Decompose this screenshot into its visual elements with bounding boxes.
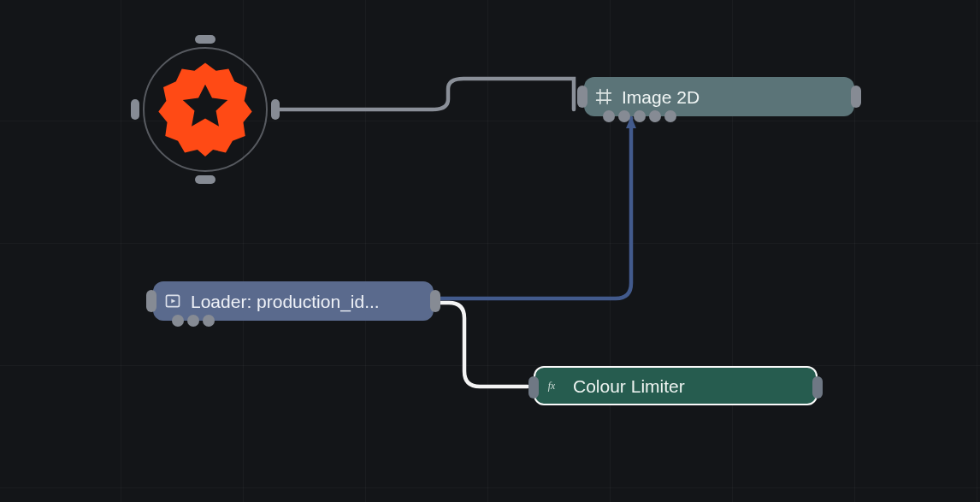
- root-ring: [143, 47, 268, 172]
- node-colour-label: Colour Limiter: [573, 377, 685, 395]
- node-loader-label: Loader: production_id...: [191, 292, 380, 310]
- root-port-left[interactable]: [131, 99, 139, 120]
- node-colour-limiter[interactable]: fx Colour Limiter: [534, 366, 818, 405]
- root-port-bottom[interactable]: [195, 175, 215, 184]
- node-colour-input-port[interactable]: [528, 376, 539, 399]
- node-colour-output-port[interactable]: [812, 376, 823, 399]
- frame-icon: [594, 87, 613, 106]
- node-loader-bottom-ports[interactable]: [172, 315, 215, 327]
- fx-icon: fx: [546, 376, 564, 395]
- node-image2d-input-port[interactable]: [577, 86, 587, 108]
- node-image2d-output-port[interactable]: [851, 86, 861, 108]
- svg-text:fx: fx: [548, 381, 556, 392]
- root-port-right[interactable]: [271, 99, 280, 120]
- root-port-top[interactable]: [195, 35, 215, 44]
- svg-marker-5: [171, 299, 175, 304]
- node-canvas[interactable]: Image 2D Loader: production_id... fx Col…: [0, 0, 980, 502]
- node-image2d-label: Image 2D: [622, 88, 700, 106]
- node-image2d[interactable]: Image 2D: [584, 77, 854, 116]
- node-loader-input-port[interactable]: [146, 290, 156, 312]
- play-box-icon: [163, 292, 182, 310]
- node-loader-output-port[interactable]: [430, 290, 440, 312]
- node-loader[interactable]: Loader: production_id...: [153, 281, 434, 321]
- node-image2d-bottom-ports[interactable]: [603, 110, 676, 122]
- root-node[interactable]: [133, 37, 278, 182]
